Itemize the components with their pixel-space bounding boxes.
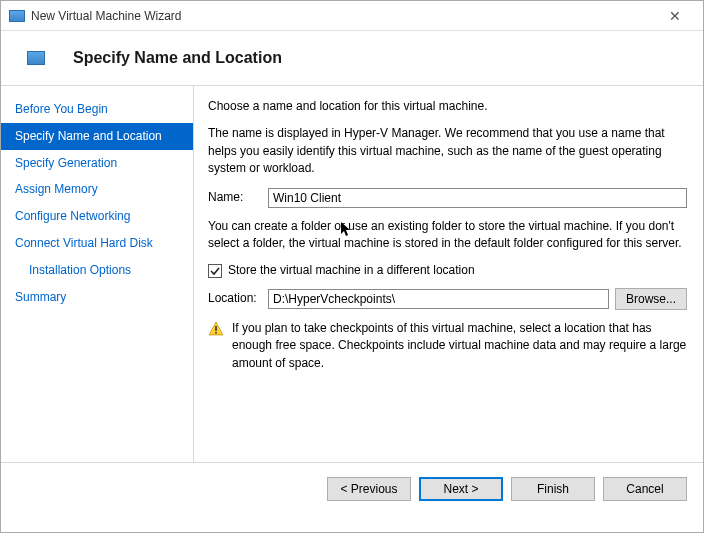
step-specify-generation[interactable]: Specify Generation xyxy=(1,150,193,177)
warning-text: If you plan to take checkpoints of this … xyxy=(232,320,687,372)
step-summary[interactable]: Summary xyxy=(1,284,193,311)
folder-help-text: You can create a folder or use an existi… xyxy=(208,218,687,253)
wizard-header: Specify Name and Location xyxy=(1,31,703,85)
name-input[interactable] xyxy=(268,188,687,208)
step-connect-vhd[interactable]: Connect Virtual Hard Disk xyxy=(1,230,193,257)
app-icon xyxy=(9,10,25,22)
close-button[interactable]: ✕ xyxy=(655,8,695,24)
checkmark-icon xyxy=(210,266,220,276)
vm-icon xyxy=(27,51,45,65)
intro-text: Choose a name and location for this virt… xyxy=(208,98,687,115)
wizard-steps-sidebar: Before You Begin Specify Name and Locati… xyxy=(1,86,193,462)
store-different-location-checkbox[interactable] xyxy=(208,264,222,278)
wizard-content: Choose a name and location for this virt… xyxy=(194,86,703,462)
step-configure-networking[interactable]: Configure Networking xyxy=(1,203,193,230)
page-title: Specify Name and Location xyxy=(73,49,282,67)
name-row: Name: xyxy=(208,188,687,208)
step-specify-name-location[interactable]: Specify Name and Location xyxy=(1,123,193,150)
window-title: New Virtual Machine Wizard xyxy=(31,9,655,23)
titlebar: New Virtual Machine Wizard ✕ xyxy=(1,1,703,31)
location-row: Location: Browse... xyxy=(208,288,687,310)
step-installation-options[interactable]: Installation Options xyxy=(1,257,193,284)
store-different-location-label: Store the virtual machine in a different… xyxy=(228,262,475,279)
svg-rect-0 xyxy=(215,326,217,331)
cancel-button[interactable]: Cancel xyxy=(603,477,687,501)
name-help-text: The name is displayed in Hyper-V Manager… xyxy=(208,125,687,177)
location-label: Location: xyxy=(208,290,262,307)
wizard-footer: < Previous Next > Finish Cancel xyxy=(1,462,703,515)
previous-button[interactable]: < Previous xyxy=(327,477,411,501)
step-assign-memory[interactable]: Assign Memory xyxy=(1,176,193,203)
wizard-body: Before You Begin Specify Name and Locati… xyxy=(1,86,703,462)
store-different-location-row: Store the virtual machine in a different… xyxy=(208,262,687,279)
location-input[interactable] xyxy=(268,289,609,309)
svg-rect-1 xyxy=(215,332,217,334)
step-before-you-begin[interactable]: Before You Begin xyxy=(1,96,193,123)
next-button[interactable]: Next > xyxy=(419,477,503,501)
name-label: Name: xyxy=(208,189,268,206)
finish-button[interactable]: Finish xyxy=(511,477,595,501)
warning-icon xyxy=(208,321,224,337)
browse-button[interactable]: Browse... xyxy=(615,288,687,310)
warning-row: If you plan to take checkpoints of this … xyxy=(208,320,687,372)
